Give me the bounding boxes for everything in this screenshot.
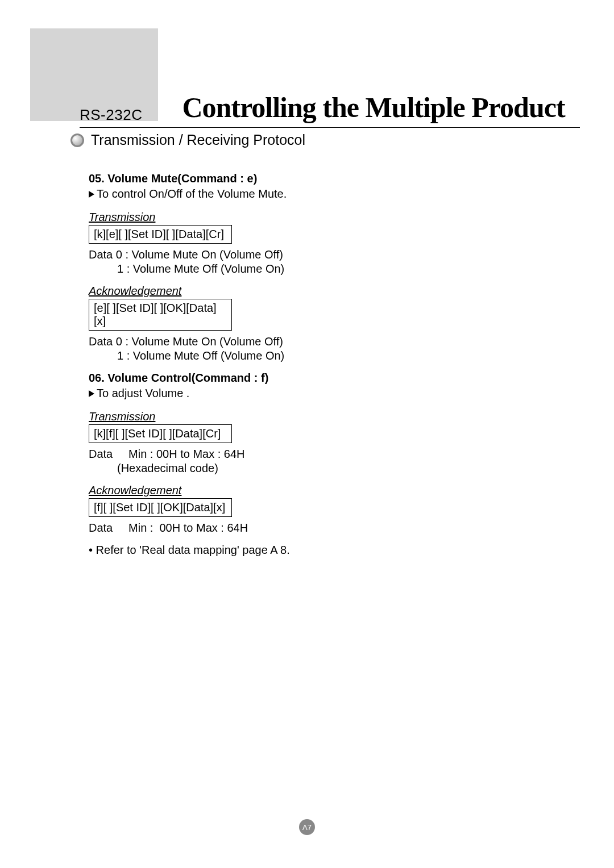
transmission-code-box: [k][f][ ][Set ID][ ][Data][Cr] — [89, 424, 232, 443]
data-line: 1 : Volume Mute Off (Volume On) — [89, 262, 565, 276]
acknowledgement-code-box: [e][ ][Set ID][ ][OK][Data][x] — [89, 299, 232, 331]
acknowledgement-label: Acknowledgement — [89, 285, 565, 298]
data-line: Data Min : 00H to Max : 64H — [89, 521, 565, 535]
header-title: Controlling the Multiple Product — [182, 91, 565, 124]
section-description: To adjust Volume . — [89, 387, 565, 400]
bullet-icon — [70, 133, 84, 147]
description-text: To control On/Off of the Volume Mute. — [97, 187, 287, 200]
page-number-badge: A7 — [299, 819, 315, 835]
data-line: Data Min : 00H to Max : 64H — [89, 448, 565, 461]
description-text: To adjust Volume . — [97, 387, 189, 399]
arrow-icon — [89, 390, 94, 397]
acknowledgement-data-block: Data Min : 00H to Max : 64H — [89, 521, 565, 535]
page-header: RS-232C Controlling the Multiple Product — [80, 91, 580, 128]
acknowledgement-data-block: Data 0 : Volume Mute On (Volume Off) 1 :… — [89, 335, 565, 362]
subheading-row: Transmission / Receiving Protocol — [70, 132, 565, 148]
section-description: To control On/Off of the Volume Mute. — [89, 187, 565, 201]
header-label: RS-232C — [80, 106, 142, 124]
transmission-code-box: [k][e][ ][Set ID][ ][Data][Cr] — [89, 225, 232, 244]
arrow-icon — [89, 191, 94, 198]
note-line: • Refer to 'Real data mapping' page A 8. — [89, 544, 565, 557]
section-title: 05. Volume Mute(Command : e) — [89, 172, 565, 185]
command-section-06: 06. Volume Control(Command : f) To adjus… — [89, 372, 565, 557]
acknowledgement-code-box: [f][ ][Set ID][ ][OK][Data][x] — [89, 498, 232, 517]
acknowledgement-label: Acknowledgement — [89, 484, 565, 497]
page-content: Transmission / Receiving Protocol 05. Vo… — [70, 132, 565, 566]
section-title: 06. Volume Control(Command : f) — [89, 372, 565, 385]
section-subheading: Transmission / Receiving Protocol — [91, 132, 305, 148]
transmission-label: Transmission — [89, 410, 565, 423]
data-line: 1 : Volume Mute Off (Volume On) — [89, 349, 565, 362]
transmission-data-block: Data Min : 00H to Max : 64H (Hexadecimal… — [89, 448, 565, 475]
data-line: Data 0 : Volume Mute On (Volume Off) — [89, 335, 565, 348]
data-line: Data 0 : Volume Mute On (Volume Off) — [89, 248, 565, 261]
data-line: (Hexadecimal code) — [89, 462, 565, 475]
transmission-label: Transmission — [89, 211, 565, 224]
transmission-data-block: Data 0 : Volume Mute On (Volume Off) 1 :… — [89, 248, 565, 276]
command-section-05: 05. Volume Mute(Command : e) To control … — [89, 172, 565, 362]
